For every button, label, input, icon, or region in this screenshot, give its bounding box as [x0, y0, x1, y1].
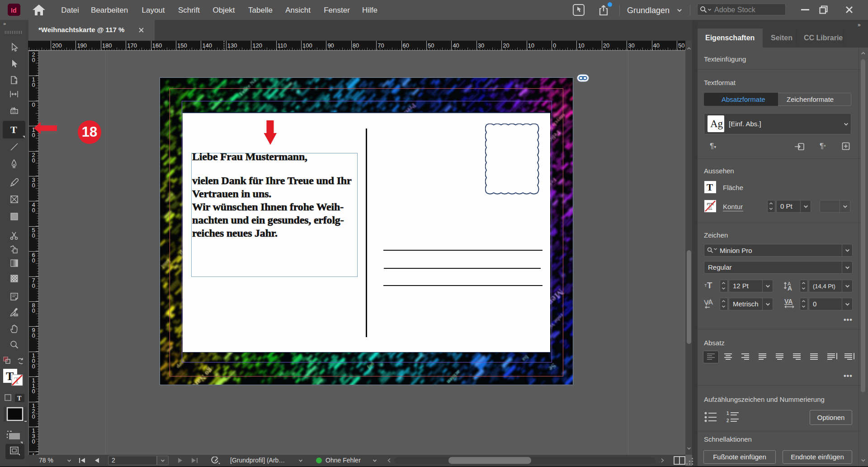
svg-text:T: T	[10, 124, 17, 135]
svg-text:VA: VA	[784, 298, 793, 305]
svg-text:T: T	[17, 395, 22, 402]
svg-text:1: 1	[726, 411, 729, 416]
svg-text:2: 2	[726, 418, 729, 423]
svg-text:A: A	[788, 285, 792, 291]
svg-text:V: V	[704, 298, 708, 306]
svg-text:Id: Id	[11, 7, 16, 14]
